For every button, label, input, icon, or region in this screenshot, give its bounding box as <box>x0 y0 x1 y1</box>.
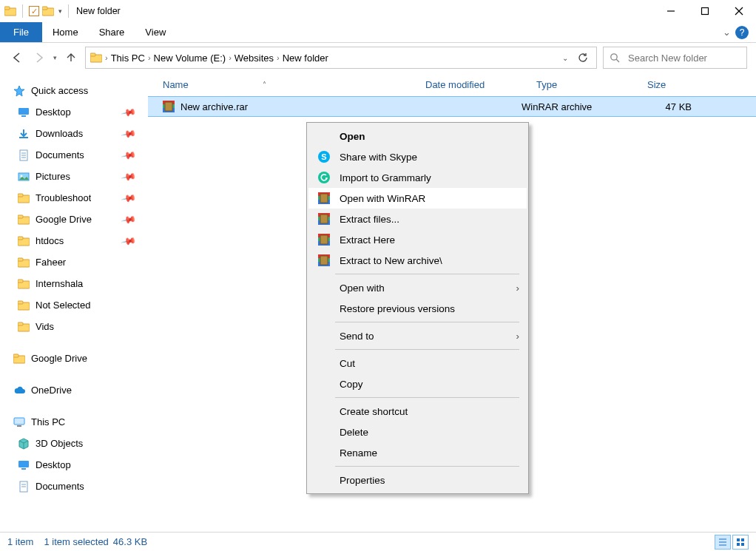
menu-item-properties[interactable]: Properties <box>308 470 527 490</box>
breadcrumb[interactable]: Websites› <box>234 53 280 64</box>
sidebar-item-internshala[interactable]: Internshala <box>0 273 148 294</box>
chevron-right-icon[interactable]: › <box>105 53 108 62</box>
svg-rect-29 <box>18 258 23 261</box>
separator <box>68 4 69 18</box>
up-button[interactable] <box>63 50 79 66</box>
minimize-button[interactable] <box>654 0 688 22</box>
address-folder-icon <box>90 52 102 64</box>
sidebar-item-troubleshoot[interactable]: Troubleshoot 📌 <box>0 187 148 209</box>
svg-rect-5 <box>702 8 709 15</box>
menu-item-restore-versions[interactable]: Restore previous versions <box>308 298 527 319</box>
sidebar-item-label: Desktop <box>36 107 71 118</box>
tab-view[interactable]: View <box>135 22 176 42</box>
navigation-pane: Quick access Desktop 📌 Downloads 📌 Docum… <box>0 72 148 532</box>
breadcrumb[interactable]: New Volume (E:)› <box>154 53 232 64</box>
document-icon <box>18 481 30 493</box>
sidebar-item-not-selected[interactable]: Not Selected <box>0 294 148 316</box>
address-dropdown-icon[interactable]: ⌄ <box>562 54 568 62</box>
menu-item-extract-files[interactable]: Extract files... <box>308 209 527 229</box>
sidebar-item-faheer[interactable]: Faheer <box>0 251 148 273</box>
view-details-button[interactable] <box>715 535 731 550</box>
menu-item-delete[interactable]: Delete <box>308 422 527 442</box>
menu-item-cut[interactable]: Cut <box>308 353 527 373</box>
help-button[interactable]: ? <box>735 26 749 39</box>
forward-button[interactable] <box>31 50 47 66</box>
rar-file-icon <box>163 101 175 112</box>
sidebar-item-downloads[interactable]: Downloads 📌 <box>0 123 148 144</box>
status-selected-count: 1 item selected <box>44 536 108 547</box>
search-input[interactable] <box>627 52 754 64</box>
svg-rect-35 <box>18 322 23 325</box>
menu-item-open[interactable]: Open <box>308 126 527 146</box>
winrar-icon <box>317 254 331 267</box>
breadcrumb[interactable]: This PC› <box>111 53 151 64</box>
sidebar-item-onedrive[interactable]: OneDrive <box>0 379 148 401</box>
svg-rect-38 <box>14 418 24 425</box>
sidebar-item-quick-access[interactable]: Quick access <box>0 80 148 101</box>
sidebar-item-3d-objects[interactable]: 3D Objects <box>0 433 148 454</box>
separator <box>22 4 23 18</box>
sidebar-item-documents-pc[interactable]: Documents <box>0 476 148 497</box>
tab-home[interactable]: Home <box>42 22 89 42</box>
menu-item-send-to[interactable]: Send to› <box>308 325 527 346</box>
sidebar-item-label: Not Selected <box>36 300 90 311</box>
back-button[interactable] <box>9 50 25 66</box>
breadcrumb[interactable]: New folder <box>283 53 328 64</box>
menu-separator <box>335 322 519 322</box>
menu-item-create-shortcut[interactable]: Create shortcut <box>308 401 527 422</box>
svg-rect-64 <box>320 235 328 244</box>
menu-item-open-with[interactable]: Open with› <box>308 277 527 298</box>
refresh-button[interactable] <box>577 52 589 64</box>
file-size: 47 KB <box>632 101 699 112</box>
sidebar-item-desktop[interactable]: Desktop 📌 <box>0 101 148 123</box>
svg-rect-75 <box>741 543 744 546</box>
computer-icon <box>13 416 25 428</box>
tab-file[interactable]: File <box>0 22 42 42</box>
folder-icon <box>18 300 30 311</box>
monitor-icon <box>18 107 30 118</box>
close-button[interactable] <box>722 0 756 22</box>
svg-rect-25 <box>18 215 23 218</box>
sidebar-item-label: Troubleshoot <box>36 192 91 203</box>
menu-item-copy[interactable]: Copy <box>308 373 527 394</box>
menu-item-share-skype[interactable]: S Share with Skype <box>308 146 527 167</box>
sidebar-item-this-pc[interactable]: This PC <box>0 411 148 433</box>
sidebar-item-google-drive[interactable]: Google Drive <box>0 348 148 369</box>
status-bar: 1 item 1 item selected 46.3 KB <box>0 532 756 551</box>
menu-item-extract-to[interactable]: Extract to New archive\ <box>308 250 527 271</box>
column-header-date[interactable]: Date modified <box>425 72 536 96</box>
ribbon-tabs: File Home Share View ⌄ ? <box>0 22 756 43</box>
sidebar-item-vids[interactable]: Vids <box>0 316 148 337</box>
svg-rect-27 <box>18 237 23 240</box>
pin-icon: 📌 <box>121 104 137 120</box>
qat-newfolder-button[interactable] <box>42 5 54 17</box>
maximize-button[interactable] <box>688 0 722 22</box>
file-row[interactable]: New archive.rar WinRAR archive 47 KB <box>148 96 756 117</box>
view-large-icons-button[interactable] <box>732 535 749 550</box>
qat-dropdown-icon[interactable]: ▾ <box>58 7 62 15</box>
recent-locations-dropdown[interactable]: ▾ <box>53 54 57 61</box>
sidebar-item-pictures[interactable]: Pictures 📌 <box>0 166 148 187</box>
column-header-type[interactable]: Type <box>536 72 647 96</box>
column-header-name[interactable]: Name ˄ <box>163 72 425 96</box>
menu-item-extract-here[interactable]: Extract Here <box>308 229 527 250</box>
sidebar-item-desktop-pc[interactable]: Desktop <box>0 454 148 476</box>
sidebar-item-label: Faheer <box>36 257 66 268</box>
qat-properties-button[interactable]: ✓ <box>29 6 39 16</box>
sidebar-item-label: Documents <box>36 481 84 492</box>
column-header-size[interactable]: Size <box>647 72 706 96</box>
menu-item-open-winrar[interactable]: Open with WinRAR <box>308 188 527 209</box>
sidebar-item-documents[interactable]: Documents 📌 <box>0 144 148 166</box>
ribbon-collapse-icon[interactable]: ⌄ <box>723 27 731 38</box>
address-bar[interactable]: › This PC› New Volume (E:)› Websites› Ne… <box>85 47 597 69</box>
menu-item-grammarly[interactable]: Import to Grammarly <box>308 167 527 188</box>
tab-share[interactable]: Share <box>89 22 135 42</box>
menu-item-rename[interactable]: Rename <box>308 442 527 463</box>
search-box[interactable] <box>603 47 747 69</box>
app-folder-icon <box>4 5 16 17</box>
sidebar-item-google-drive-pinned[interactable]: Google Drive 📌 <box>0 209 148 230</box>
sidebar-item-htdocs[interactable]: htdocs 📌 <box>0 230 148 251</box>
menu-separator <box>335 397 519 398</box>
navigation-bar: ▾ › This PC› New Volume (E:)› Websites› … <box>0 43 756 72</box>
svg-rect-13 <box>18 108 29 115</box>
